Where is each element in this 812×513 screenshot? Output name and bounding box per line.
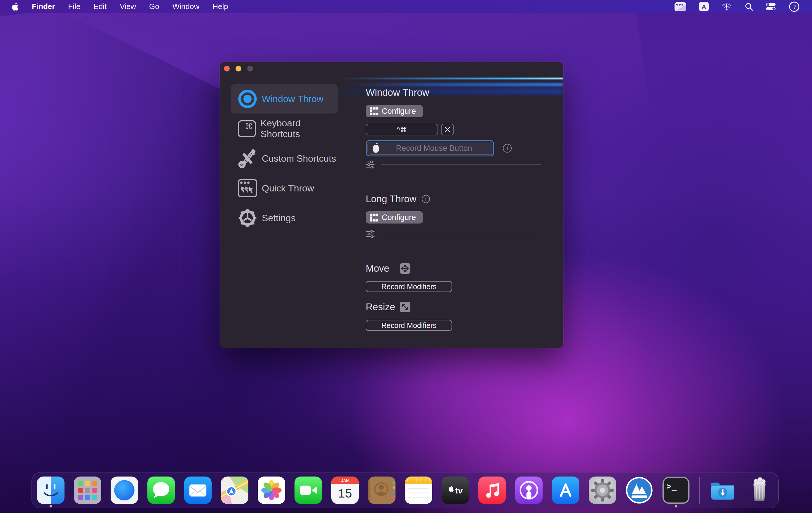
main-panel: Window Throw Configure ^⌘ [366, 62, 558, 348]
menu-view[interactable]: View [120, 2, 136, 11]
record-mouse-placeholder: Record Mouse Button [380, 144, 488, 153]
menu-edit[interactable]: Edit [93, 2, 107, 11]
svg-text:tv: tv [455, 486, 463, 495]
menu-app-name[interactable]: Finder [32, 2, 55, 11]
input-source-icon[interactable]: A [699, 2, 709, 11]
dock-facetime-icon[interactable] [294, 477, 322, 504]
dock-contacts-icon[interactable] [368, 477, 396, 504]
keyboard-key-icon: ⌘ [237, 120, 257, 137]
dock-window-manager-icon[interactable] [626, 477, 653, 504]
dock-music-icon[interactable] [478, 477, 506, 504]
dock-tv-icon[interactable]: tv [442, 477, 469, 504]
menu-go[interactable]: Go [149, 2, 160, 11]
svg-text:15: 15 [338, 486, 352, 500]
sidebar-item-settings[interactable]: Settings [231, 203, 338, 233]
close-x-icon [444, 127, 451, 132]
sidebar: Window Throw ⌘ Keyboard Shortcuts [231, 84, 338, 233]
svg-text:A: A [702, 3, 706, 10]
clock-icon[interactable]: 7 [789, 1, 800, 12]
app-window: Window Throw ⌘ Keyboard Shortcuts [220, 62, 563, 348]
info-icon[interactable]: i [422, 195, 430, 203]
dock-appstore-icon[interactable] [552, 477, 579, 504]
sidebar-item-custom-shortcuts[interactable]: Custom Shortcuts [231, 144, 338, 173]
minimize-button[interactable] [236, 66, 241, 71]
window-throw-title: Window Throw [366, 87, 429, 98]
options-sliders-icon[interactable] [366, 230, 375, 239]
grid-icon [370, 108, 378, 115]
window-throw-configure-button[interactable]: Configure [366, 105, 423, 117]
grid-icon [370, 214, 378, 221]
svg-text:>_: >_ [667, 481, 676, 491]
multi-cursor-window-icon [237, 179, 258, 198]
menu-help[interactable]: Help [212, 2, 228, 11]
dock-mail-icon[interactable] [184, 477, 212, 504]
dock-photos-icon[interactable] [258, 477, 285, 504]
dock-podcasts-icon[interactable] [515, 477, 543, 504]
dock-divider [699, 477, 700, 504]
sidebar-item-label: Custom Shortcuts [262, 153, 336, 164]
dock-notes-icon[interactable] [405, 477, 432, 504]
ruler-wrench-icon [237, 149, 258, 169]
long-throw-configure-button[interactable]: Configure [366, 211, 423, 223]
wifi-alert-icon[interactable] [722, 2, 732, 11]
dock-messages-icon[interactable] [147, 477, 175, 504]
svg-text:JAN: JAN [341, 479, 348, 483]
close-button[interactable] [224, 66, 230, 71]
clear-shortcut-button[interactable] [441, 124, 454, 135]
dock-system-preferences-icon[interactable] [589, 477, 616, 504]
sidebar-item-label: Settings [262, 213, 296, 223]
sidebar-item-keyboard-shortcuts[interactable]: ⌘ Keyboard Shortcuts [231, 114, 338, 143]
sidebar-item-quick-throw[interactable]: Quick Throw [231, 174, 338, 203]
info-icon[interactable]: i [503, 144, 512, 153]
move-arrows-icon [400, 263, 410, 274]
move-label: Move [366, 263, 389, 274]
section-divider [381, 234, 541, 234]
resize-label: Resize [366, 301, 395, 312]
section-divider [381, 164, 541, 165]
resize-record-modifiers-button[interactable]: Record Modifiers [366, 320, 452, 331]
dock-launchpad-icon[interactable] [74, 477, 101, 504]
options-sliders-icon[interactable] [366, 160, 375, 170]
svg-text:7: 7 [793, 5, 796, 10]
record-mouse-button-field[interactable]: Record Mouse Button [366, 140, 494, 156]
dock-finder-icon[interactable] [37, 477, 64, 504]
dock-downloads-folder-icon[interactable] [709, 477, 736, 504]
dock-trash-icon[interactable] [746, 477, 773, 504]
search-icon[interactable] [745, 3, 753, 11]
dock: JAN 15 tv [31, 472, 779, 508]
long-throw-title: Long Throw i [366, 193, 430, 205]
zoom-button[interactable] [247, 66, 253, 71]
control-center-icon[interactable] [766, 3, 776, 10]
menu-window[interactable]: Window [173, 2, 199, 11]
move-record-modifiers-button[interactable]: Record Modifiers [366, 281, 452, 292]
menu-bar: Finder File Edit View Go Window Help A [0, 0, 812, 13]
dock-calendar-icon[interactable]: JAN 15 [331, 477, 359, 504]
sidebar-item-label: Keyboard Shortcuts [261, 118, 338, 140]
app-window-icon[interactable] [674, 2, 686, 11]
gear-icon [237, 208, 258, 228]
mouse-icon [372, 143, 380, 153]
sidebar-item-label: Quick Throw [262, 183, 314, 194]
sidebar-item-label: Window Throw [262, 94, 323, 104]
menu-file[interactable]: File [68, 2, 80, 11]
resize-diagonal-arrow-icon [400, 302, 410, 312]
apple-menu-icon[interactable] [12, 3, 19, 11]
sidebar-item-window-throw[interactable]: Window Throw [231, 84, 338, 114]
dock-terminal-icon[interactable]: >_ [662, 477, 690, 504]
keyboard-shortcut-field[interactable]: ^⌘ [366, 124, 438, 135]
dock-maps-icon[interactable] [221, 477, 249, 504]
window-throw-icon [237, 89, 258, 109]
dock-safari-icon[interactable] [111, 477, 138, 504]
